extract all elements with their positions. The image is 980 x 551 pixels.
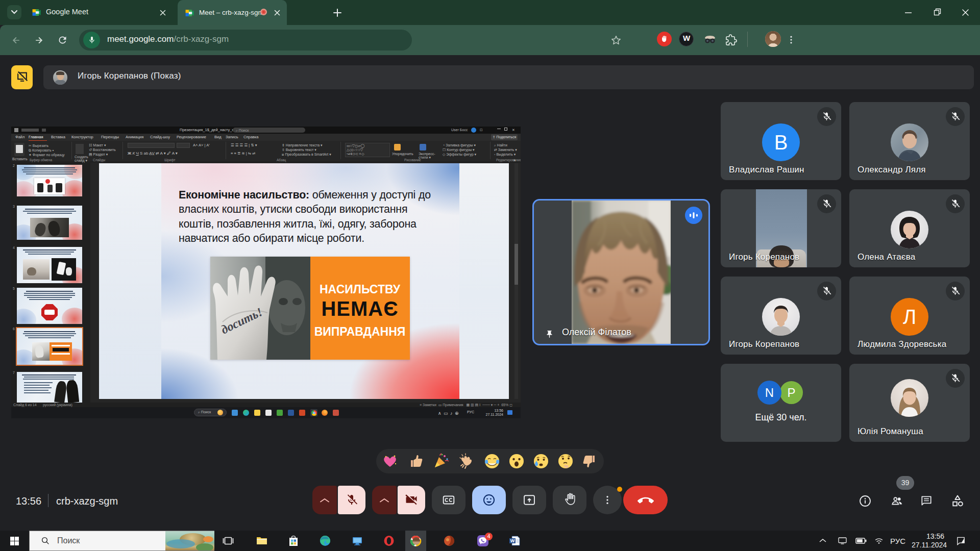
svg-text:ВИПРАВДАННЯ: ВИПРАВДАННЯ (314, 325, 406, 338)
svg-text:НЕМАЄ: НЕМАЄ (321, 297, 398, 320)
svg-text:НАСИЛЬСТВУ: НАСИЛЬСТВУ (320, 283, 401, 296)
svg-text:W: W (510, 538, 515, 543)
